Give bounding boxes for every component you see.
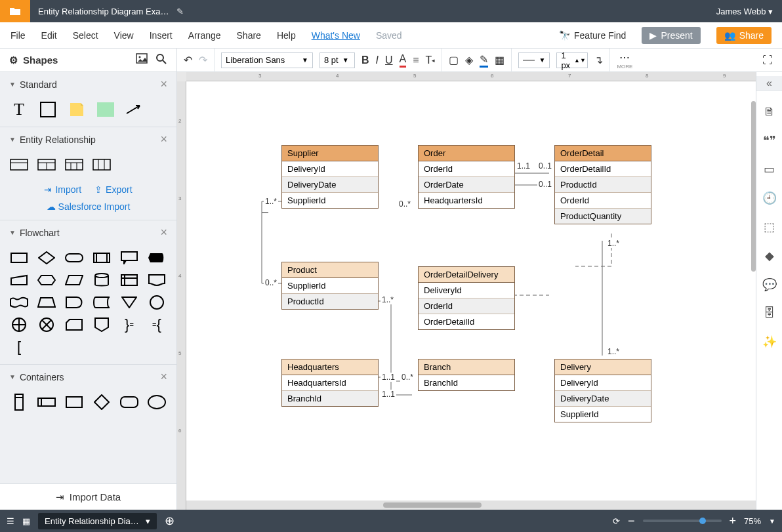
menu-edit[interactable]: Edit: [41, 30, 57, 41]
page-tab[interactable]: Entity Relationship Dia… ▾: [38, 513, 157, 529]
close-icon[interactable]: ×: [160, 77, 167, 91]
text-color-icon[interactable]: A: [400, 53, 407, 68]
share-button[interactable]: 👥Share: [716, 27, 772, 44]
ct-swimlane-v[interactable]: [9, 394, 29, 410]
align-icon[interactable]: ≡: [413, 54, 419, 66]
h-scrollbar[interactable]: [186, 501, 756, 510]
ct-rounded[interactable]: [119, 394, 139, 410]
italic-icon[interactable]: I: [376, 54, 379, 66]
import-data-button[interactable]: ⇥ Import Data: [0, 483, 176, 510]
line-color-icon[interactable]: ✎: [480, 53, 488, 68]
fc-trapezoid[interactable]: [37, 295, 56, 310]
chat-icon[interactable]: 💬: [762, 277, 777, 292]
menu-whats-new[interactable]: What's New: [312, 30, 360, 41]
outline-icon[interactable]: ☰: [7, 516, 14, 526]
ct-swimlane-h[interactable]: [37, 394, 56, 410]
image-icon[interactable]: [136, 53, 148, 67]
close-icon[interactable]: ×: [160, 370, 167, 384]
fc-terminator[interactable]: [64, 250, 84, 266]
ct-rect[interactable]: [64, 394, 84, 410]
pencil-icon[interactable]: ✎: [176, 7, 184, 16]
shape-text[interactable]: T: [9, 102, 29, 117]
fc-offpage[interactable]: [92, 317, 112, 333]
comment-icon[interactable]: ❝❞: [763, 133, 776, 148]
crop-icon[interactable]: ▢: [449, 54, 459, 66]
ct-circle[interactable]: [147, 394, 167, 410]
close-icon[interactable]: ×: [160, 133, 167, 146]
menu-insert[interactable]: Insert: [150, 30, 173, 41]
group-flowchart[interactable]: ▼Flowchart×: [0, 220, 176, 245]
menu-select[interactable]: Select: [73, 30, 98, 41]
fc-brace-r[interactable]: }=: [119, 317, 139, 333]
line-width-dropdown[interactable]: 1 px▲▼: [556, 52, 588, 68]
menu-view[interactable]: View: [114, 30, 134, 41]
zoom-value[interactable]: 75%: [744, 516, 761, 526]
canvas-area[interactable]: 3 4 5 6 7 8 9 2 3 4 5 6: [177, 72, 756, 510]
fc-merge[interactable]: [119, 295, 139, 310]
fill-icon[interactable]: ◈: [465, 54, 473, 66]
entity-odd[interactable]: OrderDetailDelivery DeliveryId OrderId O…: [418, 266, 515, 330]
fc-parallelogram[interactable]: [64, 272, 84, 288]
fc-manual-input[interactable]: [9, 272, 29, 288]
er-shape-4[interactable]: [92, 157, 112, 173]
er-shape-1[interactable]: [9, 157, 29, 173]
fontsize-dropdown[interactable]: 8 pt▼: [319, 52, 355, 68]
fc-or[interactable]: [9, 317, 29, 333]
shape-hotspot[interactable]: [96, 102, 115, 117]
entity-orderdetail[interactable]: OrderDetail OrderDetailId ProductId Orde…: [554, 145, 651, 224]
data-icon[interactable]: ◆: [765, 249, 774, 263]
line-route-icon[interactable]: ↴: [594, 54, 603, 66]
fc-card[interactable]: [64, 317, 84, 333]
group-er[interactable]: ▼Entity Relationship×: [0, 127, 176, 152]
fc-bracket[interactable]: [: [9, 339, 29, 355]
fc-tape[interactable]: [9, 295, 29, 310]
entity-order[interactable]: Order OrderId OrderDate HeadquartersId: [418, 145, 515, 209]
add-page-icon[interactable]: ⊕: [165, 514, 175, 528]
line-style-dropdown[interactable]: ▼: [518, 52, 550, 68]
feature-find[interactable]: 🔭Feature Find: [559, 30, 626, 41]
entity-branch[interactable]: Branch BranchId: [418, 359, 515, 391]
fc-note[interactable]: ={: [147, 317, 167, 333]
scrollbar-thumb[interactable]: [751, 101, 756, 272]
scrollbar-thumb[interactable]: [383, 502, 482, 508]
text-format-icon[interactable]: T◂: [426, 54, 436, 66]
export-link[interactable]: ⇪ Export: [94, 184, 132, 195]
shape-block[interactable]: [38, 102, 58, 117]
fc-diamond[interactable]: [37, 250, 56, 266]
fc-callout[interactable]: [119, 250, 139, 266]
fc-document[interactable]: [147, 272, 167, 288]
document-title[interactable]: Entity Relationship Diagram Exa…: [30, 7, 176, 16]
presentation-icon[interactable]: ▭: [764, 162, 775, 176]
close-icon[interactable]: ×: [160, 226, 167, 239]
import-link[interactable]: ⇥ Import: [44, 184, 81, 195]
layers-icon[interactable]: ⬚: [764, 220, 775, 234]
menu-arrange[interactable]: Arrange: [188, 30, 221, 41]
zoom-out-icon[interactable]: −: [628, 514, 635, 528]
undo-icon[interactable]: ↶: [184, 54, 192, 66]
entity-delivery[interactable]: Delivery DeliveryId DeliveryDate Supplie…: [554, 359, 651, 422]
present-button[interactable]: ▶ Present: [642, 27, 700, 44]
user-menu[interactable]: James Webb ▾: [707, 7, 782, 16]
shape-note[interactable]: [67, 102, 87, 117]
bold-icon[interactable]: B: [361, 54, 369, 66]
shape-line[interactable]: [125, 102, 144, 117]
menu-share[interactable]: Share: [237, 30, 261, 41]
fc-rect[interactable]: [9, 250, 29, 266]
canvas[interactable]: Supplier DeliveryId DeliveryDate Supplie…: [186, 81, 756, 501]
more-button[interactable]: ⋯MORE: [617, 51, 632, 70]
page-settings-icon[interactable]: 🗎: [764, 105, 775, 119]
fc-display[interactable]: [147, 250, 167, 266]
fc-sum[interactable]: [37, 317, 56, 333]
entity-product[interactable]: Product SupplierId ProductId: [281, 262, 379, 310]
magic-icon[interactable]: ✨: [762, 335, 777, 349]
underline-icon[interactable]: U: [385, 54, 393, 66]
redo-icon[interactable]: ↷: [199, 54, 207, 66]
salesforce-import-link[interactable]: ☁ Salesforce Import: [0, 201, 176, 220]
ct-diamond[interactable]: [92, 394, 112, 410]
collapse-panel-icon[interactable]: «: [756, 76, 782, 91]
menu-help[interactable]: Help: [277, 30, 296, 41]
entity-hq[interactable]: Headquarters HeadquartersId BranchId: [281, 359, 379, 407]
gear-icon[interactable]: ⚙: [9, 54, 18, 66]
menu-file[interactable]: File: [10, 30, 26, 41]
fc-stored[interactable]: [92, 295, 112, 310]
